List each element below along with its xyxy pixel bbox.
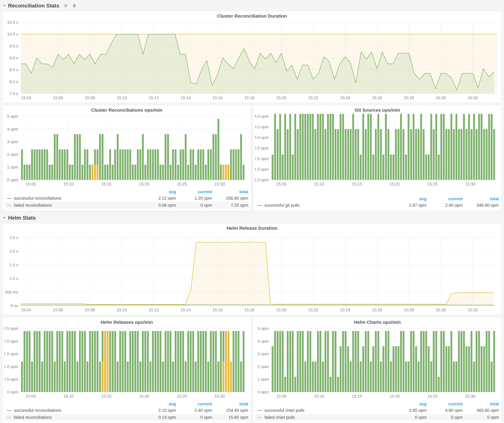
svg-text:15:06: 15:06 [53,95,63,100]
legend-total-value: 7.20 opm [213,203,249,208]
legend-col-total[interactable]: total [463,402,499,406]
svg-text:15:18: 15:18 [244,308,254,312]
svg-text:15:22: 15:22 [308,308,318,312]
legend-col-avg[interactable]: avg [140,189,177,194]
svg-text:2 opm: 2 opm [258,364,269,369]
svg-text:1 opm: 1 opm [7,165,18,170]
legend-col-current[interactable]: current [427,402,463,406]
panel-title[interactable]: Cluster Reconciliations ops/min [5,107,249,114]
svg-text:15:32: 15:32 [468,308,478,312]
svg-text:2.5 s: 2.5 s [10,235,18,240]
panel-helm-releases-ops: Helm Releases ops/min 15:0515:1015:1515:… [2,317,251,423]
svg-text:0 opm: 0 opm [7,177,18,182]
svg-text:15:05: 15:05 [276,182,287,186]
legend-avg-value: 0.06 opm [140,203,177,208]
svg-text:3 opm: 3 opm [7,139,18,144]
svg-text:3 opm: 3 opm [258,352,269,356]
legend-label[interactable]: successful reconciliations [14,408,61,413]
svg-text:0 ns: 0 ns [11,303,18,308]
svg-text:15:26: 15:26 [372,308,382,312]
legend-label[interactable]: failed reconciliations [14,415,52,420]
helm-releases-ops-chart[interactable]: 15:0515:1015:1515:2015:2515:300 opm0.5 o… [5,326,249,399]
legend-row-failed-chart-pulls[interactable]: failed chart pulls 0 opm 0 opm 0 opm [255,414,499,421]
svg-text:15:12: 15:12 [149,95,159,100]
svg-text:1.0 opm: 1.0 opm [5,364,18,369]
svg-text:10.5 s: 10.5 s [7,20,18,25]
svg-text:2.5 opm: 2.5 opm [5,326,18,331]
svg-text:15:05: 15:05 [26,394,36,399]
legend-label[interactable]: failed chart pulls [264,415,295,420]
legend-label[interactable]: successful reconciliations [14,196,61,201]
legend-row-successful-reconciliations[interactable]: successful reconciliations 2.10 opm 2.40… [5,407,249,414]
legend-label[interactable]: failed reconciliations [14,203,52,208]
panel-title[interactable]: Cluster Reconciliation Duration [5,13,499,20]
legend-total-value: 15.60 opm [213,415,249,420]
legend-col-avg[interactable]: avg [391,402,427,406]
section-title[interactable]: Helm Stats [8,215,36,221]
legend-avg-value: 2.10 opm [140,408,177,413]
panel-title[interactable]: Git Sources ops/min [255,107,499,114]
helm-charts-ops-chart[interactable]: 15:0515:1015:1515:2015:2515:300 opm1 opm… [255,326,499,399]
svg-text:15:06: 15:06 [53,308,63,312]
svg-text:1 opm: 1 opm [258,377,269,382]
legend-row-successful-reconciliations[interactable]: successful reconciliations 2.12 opm 1.20… [5,195,249,202]
panel-title[interactable]: Helm Release Duration [5,225,499,232]
gear-icon[interactable] [63,3,68,8]
legend-col-avg[interactable]: avg [391,197,427,201]
svg-text:4 opm: 4 opm [7,127,18,131]
svg-text:15:26: 15:26 [372,95,382,100]
legend-avg-value: 3.85 opm [391,408,427,413]
svg-text:15:22: 15:22 [308,95,318,100]
legend-row-successful-chart-pulls[interactable]: successful chart pulls 3.85 opm 4.80 opm… [255,407,499,414]
chevron-down-icon[interactable] [2,216,6,220]
legend: avg current total successful reconciliat… [5,189,249,209]
panel-cluster-reconciliations-ops: Cluster Reconciliations ops/min 15:0515:… [2,105,251,211]
chevron-down-icon[interactable] [2,4,6,7]
panel-git-sources-ops: Git Sources ops/min 15:0515:1015:1515:20… [253,105,502,211]
legend-current-value: 0 opm [177,203,213,208]
svg-text:9.5 s: 9.5 s [10,44,18,48]
svg-text:15:04: 15:04 [21,95,31,100]
svg-text:15:16: 15:16 [212,308,222,312]
legend-col-avg[interactable]: avg [140,402,177,406]
legend: avg current total successful chart pulls… [255,401,499,421]
svg-text:15:16: 15:16 [212,95,222,100]
panel-title[interactable]: Helm Releases ops/min [5,319,249,326]
cluster-reconciliation-duration-chart[interactable]: 15:0415:0615:0815:1015:1215:1415:1615:18… [5,20,499,101]
cluster-reconciliations-ops-chart[interactable]: 15:0515:1015:1515:2015:2515:300 opm1 opm… [5,114,249,187]
svg-text:2 opm: 2 opm [7,152,18,157]
legend-col-total[interactable]: total [463,197,499,201]
legend-col-current[interactable]: current [427,197,463,201]
legend-col-total[interactable]: total [213,189,249,194]
legend-avg-value: 0.13 opm [140,415,177,420]
svg-text:15:10: 15:10 [314,394,324,399]
svg-text:0 opm: 0 opm [258,390,269,394]
section-title[interactable]: Reconciliation Stats [8,3,59,9]
svg-text:9.0 s: 9.0 s [10,56,18,60]
trash-icon[interactable] [72,3,77,8]
svg-text:3.0 opm: 3.0 opm [255,135,269,140]
legend-current-value: 2.40 opm [177,408,213,413]
svg-text:1.5 opm: 1.5 opm [5,352,18,356]
legend-row-failed-reconciliations[interactable]: failed reconciliations 0.13 opm 0 opm 15… [5,414,249,421]
legend-col-current[interactable]: current [177,402,213,406]
panel-title[interactable]: Helm Charts ops/min [255,319,499,326]
legend-label[interactable]: successful git pulls [264,203,300,208]
svg-text:15:12: 15:12 [149,308,159,312]
svg-text:2.5 opm: 2.5 opm [255,146,269,150]
legend-row-failed-reconciliations[interactable]: failed reconciliations 0.06 opm 0 opm 7.… [5,202,249,209]
svg-text:15:10: 15:10 [117,95,127,100]
legend-col-total[interactable]: total [213,402,249,406]
svg-text:1.0 opm: 1.0 opm [255,177,269,182]
legend-label[interactable]: successful chart pulls [264,408,305,413]
legend-col-current[interactable]: current [177,189,213,194]
svg-text:15:10: 15:10 [314,182,324,186]
helm-release-duration-chart[interactable]: 15:0415:0615:0815:1015:1215:1415:1615:18… [5,232,499,313]
legend-row-successful-git-pulls[interactable]: successful git pulls 2.87 opm 2.40 opm 3… [255,202,499,209]
legend-current-value: 0 opm [427,415,463,420]
git-sources-ops-chart[interactable]: 15:0515:1015:1515:2015:2515:301.0 opm1.5… [255,114,499,187]
legend-current-value: 2.40 opm [427,203,463,208]
section-header-reconciliation-stats[interactable]: Reconciliation Stats [2,1,502,10]
section-header-helm-stats[interactable]: Helm Stats [2,214,502,222]
svg-text:15:05: 15:05 [26,182,36,186]
